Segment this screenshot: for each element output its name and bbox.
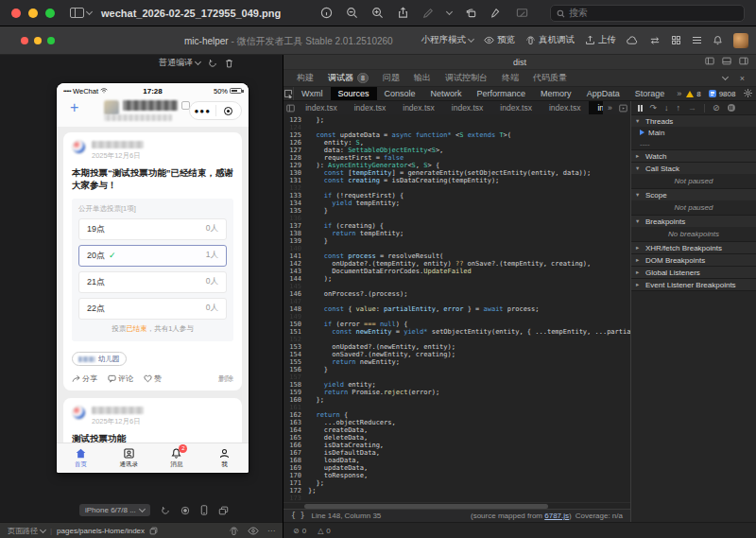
multi-window-button[interactable] <box>218 506 229 515</box>
remote-debug-button[interactable]: 真机调试 <box>525 34 575 46</box>
delete-post-button[interactable]: 删除 <box>218 373 233 384</box>
tabbar-item-contacts[interactable]: 通讯录 <box>105 443 153 473</box>
close-window-button[interactable] <box>21 37 28 44</box>
sidebar-section-event-listener-breakpoints[interactable]: ▸Event Listener Breakpoints <box>631 278 756 290</box>
sidebar-section-global-listeners[interactable]: ▸Global Listeners <box>631 266 756 278</box>
devtools-tab-network[interactable]: Network <box>423 87 470 100</box>
devtools-tab-sources[interactable]: Sources <box>331 87 377 100</box>
device-frame-button[interactable] <box>200 505 208 515</box>
step-button[interactable]: → <box>688 104 696 113</box>
clear-cache-button[interactable] <box>225 59 233 68</box>
file-tab-5[interactable]: index.tsx <box>541 101 590 114</box>
topic-tag[interactable]: 幼儿园 <box>72 352 127 366</box>
warning-counter[interactable]: △0 <box>318 527 331 535</box>
panel-tab-调试控制台[interactable]: 调试控制台 <box>445 72 488 84</box>
toggle-bottom-panel-button[interactable] <box>722 57 731 67</box>
sidebar-section-xhr-fetch-breakpoints[interactable]: ▸XHR/fetch Breakpoints <box>631 241 756 253</box>
tabbar-item-me[interactable]: 我 <box>200 443 249 473</box>
user-avatar[interactable] <box>733 33 748 48</box>
inspect-element-button[interactable] <box>284 87 294 100</box>
add-post-button[interactable]: + <box>70 99 78 116</box>
panel-tab-输出[interactable]: 输出 <box>414 72 431 84</box>
poll-option[interactable]: 20点✓1人 <box>78 245 227 267</box>
devtools-settings-button[interactable] <box>743 88 753 100</box>
thread-item[interactable]: Main <box>631 127 756 138</box>
file-tab-1[interactable]: index.tsx <box>346 101 395 114</box>
zoom-window-button[interactable] <box>47 37 55 44</box>
panel-tab-调试器[interactable]: 调试器8 <box>328 72 369 84</box>
devtools-tab-memory[interactable]: Memory <box>533 87 579 100</box>
panel-tab-终端[interactable]: 终端 <box>502 72 519 84</box>
feed-scroll-area[interactable]: 2025年12月6日 本期投票“测试投票功能”已经结束，感谢大家参与！ 公开单选… <box>57 127 249 443</box>
remote-debug-small-button[interactable] <box>229 526 239 536</box>
upload-button[interactable]: 上传 <box>585 34 616 46</box>
details-button[interactable] <box>692 36 702 44</box>
sync-button[interactable] <box>649 36 661 45</box>
messages-counter[interactable]: 9808 <box>709 90 736 98</box>
poster-avatar[interactable] <box>72 406 86 420</box>
devtools-tab-console[interactable]: Console <box>377 87 423 100</box>
grid-button[interactable] <box>671 35 681 45</box>
sidebar-section-threads[interactable]: ▾Threads <box>631 114 756 127</box>
search-input[interactable]: 搜索 <box>550 5 745 22</box>
copy-path-button[interactable] <box>149 527 158 535</box>
error-counter[interactable]: ⊘0 <box>293 527 306 535</box>
sidebar-section-breakpoints[interactable]: ▾Breakpoints <box>631 215 756 227</box>
step-out-button[interactable]: ↑ <box>677 104 681 113</box>
deactivate-breakpoints-button[interactable]: ⊘ <box>713 104 720 113</box>
file-tab-0[interactable]: index.tsx <box>297 101 346 114</box>
rotate-device-button[interactable] <box>161 506 170 515</box>
horizontal-scrollbar[interactable] <box>284 502 630 509</box>
page-path-dropdown[interactable]: 页面路径 <box>8 526 45 536</box>
show-navigator-button[interactable] <box>284 101 297 114</box>
minimize-capsule-button[interactable] <box>216 107 242 115</box>
close-panel-button[interactable]: × <box>740 74 745 83</box>
tabbar-item-message[interactable]: 2消息 <box>153 443 201 473</box>
poll-option[interactable]: 19点0人 <box>78 218 227 240</box>
markup-chevron-icon[interactable] <box>446 9 453 15</box>
more-tabs-button[interactable]: » <box>672 87 686 100</box>
more-file-tabs-button[interactable]: » <box>603 101 617 114</box>
more-options-button[interactable]: ⋯ <box>267 527 275 535</box>
share-button[interactable]: 分享 <box>72 373 97 384</box>
toggle-right-panel-button[interactable] <box>739 57 748 67</box>
poster-avatar[interactable] <box>72 140 86 154</box>
notification-button[interactable] <box>713 35 723 45</box>
pause-script-button[interactable] <box>638 105 643 112</box>
minimize-window-button[interactable] <box>34 37 42 44</box>
file-tab-2[interactable]: index.tsx <box>394 101 443 114</box>
devtools-tab-appdata[interactable]: AppData <box>579 87 627 100</box>
sidebar-section-scope[interactable]: ▾Scope <box>631 188 756 200</box>
pretty-print-button[interactable]: { } <box>291 512 304 520</box>
panel-tab-问题[interactable]: 问题 <box>383 72 400 84</box>
tabbar-item-home[interactable]: 首页 <box>57 443 105 473</box>
sourcemap-link[interactable]: 6787.js <box>544 512 569 520</box>
rotate-button[interactable] <box>464 7 477 20</box>
zoom-window-button[interactable] <box>45 9 55 18</box>
poll-option[interactable]: 22点0人 <box>78 298 227 320</box>
cloud-button[interactable] <box>627 36 639 45</box>
record-button[interactable] <box>180 506 190 515</box>
panel-tab-代码质量[interactable]: 代码质量 <box>533 72 567 84</box>
file-tab-4[interactable]: index.tsx <box>491 101 541 114</box>
step-over-button[interactable]: ↷ <box>650 104 658 113</box>
file-tab-3[interactable]: index.tsx <box>443 101 492 114</box>
like-button[interactable]: 赞 <box>144 373 162 384</box>
code-viewport[interactable]: 123 };124125 const updateData = async fu… <box>284 114 630 502</box>
sidebar-section-dom-breakpoints[interactable]: ▸DOM Breakpoints <box>631 253 756 266</box>
preview-button[interactable]: 预览 <box>484 34 515 46</box>
step-into-button[interactable]: ↓ <box>664 104 669 113</box>
sidebar-section-call-stack[interactable]: ▾Call Stack <box>631 162 756 174</box>
open-file-list-button[interactable] <box>617 101 630 114</box>
more-menu-button[interactable]: ●●● <box>190 107 215 115</box>
close-window-button[interactable] <box>11 9 21 18</box>
mode-dropdown[interactable]: 小程序模式 <box>421 34 474 46</box>
scrollbar-thumb[interactable] <box>304 504 548 509</box>
devtools-tab-storage[interactable]: Storage <box>627 87 673 100</box>
zoom-in-button[interactable] <box>370 7 384 20</box>
text-edit-button[interactable] <box>515 7 528 20</box>
sidebar-toggle-button[interactable] <box>70 8 92 18</box>
minimize-window-button[interactable] <box>28 9 38 18</box>
collapse-panel-button[interactable] <box>722 74 729 80</box>
device-selector-dropdown[interactable]: iPhone 6/7/8 ... <box>79 504 150 516</box>
